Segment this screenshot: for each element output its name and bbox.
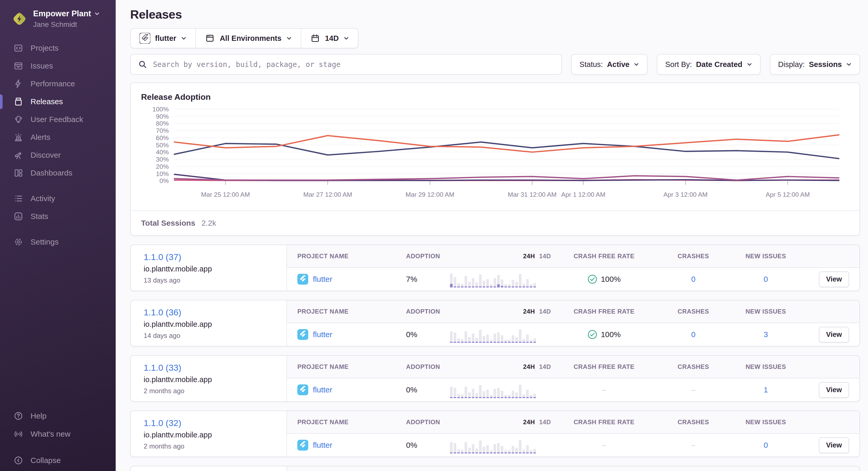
date-range-filter[interactable]: 14D	[301, 29, 358, 48]
crashes-link[interactable]: –	[691, 386, 695, 394]
new-issues-link[interactable]: 1	[764, 385, 768, 394]
sidebar-item-whats-new[interactable]: What's new	[0, 425, 116, 443]
sessions-sparkline[interactable]	[450, 326, 536, 343]
sparkline-bar	[526, 279, 529, 288]
sidebar-item-label: User Feedback	[31, 115, 83, 124]
view-button[interactable]: View	[819, 271, 849, 287]
release-card: 1.1.0 (32) io.planttv.mobile.app 2 month…	[130, 410, 860, 457]
release-version-link[interactable]: 1.1.0 (37)	[144, 252, 181, 262]
sparkline-bar	[512, 391, 514, 398]
sparkline-bar	[494, 278, 496, 288]
project-link[interactable]: flutter	[313, 441, 332, 449]
header-crash-free-rate: CRASH FREE RATE	[551, 308, 657, 315]
range-toggle-24h[interactable]: 24H	[523, 418, 535, 426]
sidebar-item-issues[interactable]: Issues	[0, 57, 116, 75]
sessions-sparkline[interactable]	[450, 271, 536, 288]
sparkline-bar	[533, 394, 536, 398]
check-circle-icon	[587, 274, 597, 284]
new-issues-link[interactable]: 0	[764, 275, 768, 283]
release-version-link[interactable]: 1.1.0 (36)	[144, 307, 181, 317]
sparkline-bar	[519, 440, 522, 453]
sidebar-item-releases[interactable]: Releases	[0, 93, 116, 111]
sidebar-item-projects[interactable]: Projects	[0, 39, 116, 57]
crashes-link[interactable]: 0	[691, 330, 695, 339]
sparkline-bar	[461, 284, 464, 288]
display-dropdown[interactable]: Display: Sessions	[770, 54, 860, 75]
sidebar-collapse-button[interactable]: Collapse	[0, 451, 116, 469]
sidebar-item-activity[interactable]: Activity	[0, 190, 116, 208]
sidebar-item-user-feedback[interactable]: User Feedback	[0, 111, 116, 129]
release-version-link[interactable]: 1.1.0 (33)	[144, 363, 181, 373]
header-adoption: ADOPTION	[406, 418, 450, 426]
range-toggle-24h[interactable]: 24H	[523, 308, 535, 315]
chart-title: Release Adoption	[141, 92, 849, 102]
view-button[interactable]: View	[819, 382, 849, 398]
sparkline-bar	[483, 281, 485, 288]
range-toggle-14d[interactable]: 14D	[539, 308, 551, 315]
sparkline-bar	[533, 338, 536, 343]
new-issues-link[interactable]: 0	[764, 441, 768, 449]
sparkline-bar	[512, 446, 514, 453]
activity-list-icon	[13, 194, 23, 203]
user-name: Jane Schmidt	[33, 20, 100, 29]
project-link[interactable]: flutter	[313, 330, 332, 339]
header-new-issues: NEW ISSUES	[730, 363, 802, 370]
release-summary: 1.1.0 (33) io.planttv.mobile.app 2 month…	[131, 356, 287, 401]
sidebar-item-stats[interactable]: Stats	[0, 208, 116, 226]
svg-text:70%: 70%	[156, 127, 169, 134]
header-crash-free-rate: CRASH FREE RATE	[551, 253, 657, 260]
release-summary: 1.1.0 (37) io.planttv.mobile.app 13 days…	[131, 245, 287, 291]
sparkline-bar	[497, 443, 500, 453]
sparkline-bar	[475, 338, 478, 343]
sparkline-bar	[504, 450, 507, 453]
page-title: Releases	[130, 7, 860, 22]
sparkline-bar	[450, 273, 453, 288]
environment-filter[interactable]: All Environments	[195, 29, 301, 48]
sort-by-dropdown[interactable]: Sort By: Date Created	[657, 54, 760, 75]
release-summary: 1.1.0 (36) io.planttv.mobile.app 14 days…	[131, 300, 287, 346]
sessions-sparkline[interactable]	[450, 437, 536, 453]
release-version-link[interactable]: 1.1.0 (32)	[144, 418, 181, 428]
release-adoption-chart[interactable]: 0%10%20%30%40%50%60%70%80%90%100%Mar 25 …	[141, 104, 849, 210]
sidebar-item-dashboards[interactable]: Dashboards	[0, 164, 116, 182]
sort-by-dropdown-label: Sort By:	[665, 60, 692, 69]
search-input[interactable]	[153, 60, 554, 69]
sparkline-bar	[457, 449, 460, 453]
sparkline-bar	[457, 283, 460, 288]
sidebar-item-alerts[interactable]: Alerts	[0, 129, 116, 146]
range-toggle-14d[interactable]: 14D	[539, 418, 551, 426]
release-package: io.planttv.mobile.app	[144, 265, 281, 273]
sessions-sparkline[interactable]	[450, 381, 536, 398]
sparkline-bar	[523, 339, 525, 343]
release-card: 1.1.0 (33) io.planttv.mobile.app 2 month…	[130, 355, 860, 402]
svg-text:100%: 100%	[152, 106, 169, 113]
sidebar-item-discover[interactable]: Discover	[0, 146, 116, 164]
view-button[interactable]: View	[819, 437, 849, 453]
crash-free-rate-value: –	[602, 386, 606, 394]
sparkline-bar	[461, 395, 464, 398]
broadcast-icon	[13, 429, 23, 439]
status-dropdown[interactable]: Status: Active	[571, 54, 648, 75]
range-toggle-24h[interactable]: 24H	[523, 253, 535, 260]
crashes-link[interactable]: –	[691, 441, 695, 449]
crashes-link[interactable]: 0	[691, 275, 695, 283]
new-issues-link[interactable]: 3	[764, 330, 768, 339]
range-toggle-14d[interactable]: 14D	[539, 363, 551, 370]
sidebar-item-performance[interactable]: Performance	[0, 75, 116, 93]
view-button[interactable]: View	[819, 327, 849, 342]
sidebar-item-settings[interactable]: Settings	[0, 233, 116, 251]
sparkline-bar	[465, 276, 467, 288]
sparkline-bar	[497, 388, 500, 398]
flutter-project-icon	[297, 440, 308, 450]
header-crashes: CRASHES	[657, 363, 730, 370]
range-toggle-14d[interactable]: 14D	[539, 253, 551, 260]
project-link[interactable]: flutter	[313, 385, 332, 394]
range-toggle-24h[interactable]: 24H	[523, 363, 535, 370]
project-link[interactable]: flutter	[313, 275, 332, 283]
sidebar-item-help[interactable]: Help	[0, 407, 116, 425]
sidebar-item-label: Projects	[31, 44, 59, 53]
org-switcher[interactable]: Empower Plant Jane Schmidt	[0, 0, 116, 29]
project-filter[interactable]: flutter	[131, 29, 195, 48]
svg-text:Mar 25 12:00 AM: Mar 25 12:00 AM	[201, 191, 250, 198]
sparkline-bar	[461, 339, 464, 343]
